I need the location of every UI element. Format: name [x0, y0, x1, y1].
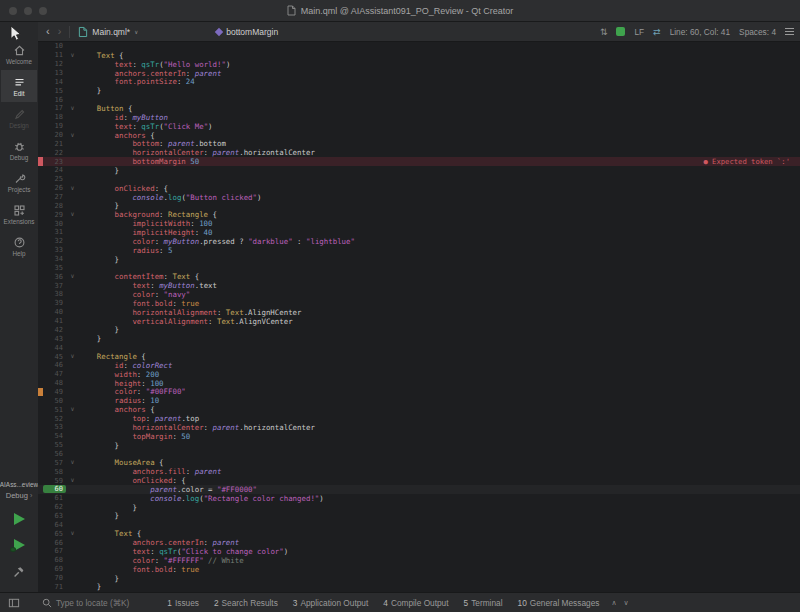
line-number[interactable]: 70 [43, 574, 66, 582]
pane-issues[interactable]: 1 Issues [167, 598, 199, 608]
code-line[interactable]: 10 [38, 42, 800, 51]
fold-chevron-icon[interactable]: ∨ [66, 352, 79, 361]
code-line[interactable]: 51∨ anchors { [38, 405, 800, 414]
code-line[interactable]: 34 } [38, 255, 800, 264]
code-line[interactable]: 62 } [38, 503, 800, 512]
sidebar-item-edit[interactable]: Edit [1, 70, 37, 102]
code-line[interactable]: 69 font.bold: true [38, 565, 800, 574]
line-number[interactable]: 52 [43, 415, 66, 423]
line-number[interactable]: 25 [43, 175, 66, 183]
line-number[interactable]: 34 [43, 255, 66, 263]
code-line[interactable]: 47 width: 200 [38, 370, 800, 379]
code-line[interactable]: 23 bottomMargin 50● Expected token `:' [38, 157, 800, 166]
line-number[interactable]: 27 [43, 193, 66, 201]
line-number[interactable]: 43 [43, 335, 66, 343]
code-line[interactable]: 54 topMargin: 50 [38, 432, 800, 441]
line-number[interactable]: 65 [43, 530, 66, 538]
fold-chevron-icon[interactable]: ∨ [66, 210, 79, 219]
code-line[interactable]: 58 anchors.fill: parent [38, 467, 800, 476]
line-number[interactable]: 24 [43, 166, 66, 174]
line-number[interactable]: 21 [43, 140, 66, 148]
code-line[interactable]: 15 } [38, 86, 800, 95]
line-number[interactable]: 63 [43, 512, 66, 520]
line-number[interactable]: 11 [43, 51, 66, 59]
line-number[interactable]: 46 [43, 361, 66, 369]
code-line[interactable]: 56 [38, 450, 800, 459]
line-number[interactable]: 37 [43, 282, 66, 290]
code-line[interactable]: 64 [38, 520, 800, 529]
build-button[interactable] [0, 558, 38, 586]
code-line[interactable]: 35 [38, 263, 800, 272]
line-number[interactable]: 36 [43, 273, 66, 281]
line-number[interactable]: 32 [43, 237, 66, 245]
editor-menu-icon[interactable] [785, 28, 794, 35]
window-close-button[interactable] [9, 7, 17, 15]
code-line[interactable]: 44 [38, 343, 800, 352]
code-editor[interactable]: 1011∨ Text {12 text: qsTr("Hello world!"… [38, 42, 800, 592]
kit-selector[interactable]: AIAss...eview Debug › [0, 478, 38, 506]
code-line[interactable]: 11∨ Text { [38, 51, 800, 60]
sidebar-item-projects[interactable]: Projects [1, 166, 37, 198]
pane-general-messages[interactable]: 10 General Messages [518, 598, 600, 608]
line-number[interactable]: 29 [43, 211, 66, 219]
line-number[interactable]: 15 [43, 87, 66, 95]
sync-icon[interactable]: ⇄ [653, 27, 661, 37]
line-number[interactable]: 31 [43, 228, 66, 236]
line-number[interactable]: 58 [43, 468, 66, 476]
code-line[interactable]: 63 } [38, 512, 800, 521]
code-line[interactable]: 52 top: parent.top [38, 414, 800, 423]
line-number[interactable]: 56 [43, 450, 66, 458]
sidebar-item-design[interactable]: Design [1, 102, 37, 134]
code-line[interactable]: 16 [38, 95, 800, 104]
line-number[interactable]: 20 [43, 131, 66, 139]
run-button[interactable] [0, 506, 38, 532]
code-line[interactable]: 41 verticalAlignment: Text.AlignVCenter [38, 317, 800, 326]
code-line[interactable]: 12 text: qsTr("Hello world!") [38, 60, 800, 69]
code-line[interactable]: 22 horizontalCenter: parent.horizontalCe… [38, 148, 800, 157]
line-number[interactable]: 53 [43, 423, 66, 431]
code-line[interactable]: 50 radius: 10 [38, 396, 800, 405]
line-number[interactable]: 40 [43, 308, 66, 316]
code-line[interactable]: 53 horizontalCenter: parent.horizontalCe… [38, 423, 800, 432]
line-number[interactable]: 67 [43, 547, 66, 555]
line-number[interactable]: 18 [43, 113, 66, 121]
fold-chevron-icon[interactable]: ∨ [66, 104, 79, 113]
code-line[interactable]: 30 implicitWidth: 100 [38, 219, 800, 228]
fold-chevron-icon[interactable]: ∨ [66, 458, 79, 467]
sidebar-item-help[interactable]: Help [1, 230, 37, 262]
code-line[interactable]: 32 color: myButton.pressed ? "darkblue" … [38, 237, 800, 246]
analysis-ok-icon[interactable] [616, 27, 625, 36]
nav-forward-button[interactable]: › [54, 26, 66, 37]
code-line[interactable]: 66 anchors.centerIn: parent [38, 538, 800, 547]
open-document-selector[interactable]: Main.qml* ∨ [74, 26, 142, 38]
line-number[interactable]: 45 [43, 353, 66, 361]
pane-terminal[interactable]: 5 Terminal [464, 598, 503, 608]
line-number[interactable]: 54 [43, 432, 66, 440]
code-line[interactable]: 14 font.pointSize: 24 [38, 77, 800, 86]
window-minimize-button[interactable] [24, 7, 32, 15]
line-ending-indicator[interactable]: LF [634, 27, 644, 37]
code-line[interactable]: 45∨ Rectangle { [38, 352, 800, 361]
line-number[interactable]: 47 [43, 370, 66, 378]
code-line[interactable]: 38 color: "navy" [38, 290, 800, 299]
code-line[interactable]: 40 horizontalAlignment: Text.AlignHCente… [38, 308, 800, 317]
cursor-position-indicator[interactable]: Line: 60, Col: 41 [670, 27, 730, 37]
code-line[interactable]: 67 text: qsTr("Click to change color") [38, 547, 800, 556]
line-number[interactable]: 38 [43, 290, 66, 298]
sidebar-item-extensions[interactable]: Extensions [1, 198, 37, 230]
line-number[interactable]: 35 [43, 264, 66, 272]
code-line[interactable]: 20∨ anchors { [38, 131, 800, 140]
code-line[interactable]: 65∨ Text { [38, 529, 800, 538]
chevron-down-icon[interactable]: ∨ [624, 599, 629, 607]
line-number[interactable]: 69 [43, 565, 66, 573]
code-line[interactable]: 27 console.log("Button clicked") [38, 193, 800, 202]
line-number[interactable]: 64 [43, 521, 66, 529]
code-line[interactable]: 13 anchors.centerIn: parent [38, 69, 800, 78]
line-number[interactable]: 61 [43, 494, 66, 502]
line-number[interactable]: 26 [43, 184, 66, 192]
code-line[interactable]: 61 console.log("Rectangle color changed!… [38, 494, 800, 503]
pane-search-results[interactable]: 2 Search Results [214, 598, 278, 608]
code-line[interactable]: 70 } [38, 574, 800, 583]
code-line[interactable]: 71 } [38, 582, 800, 591]
line-number[interactable]: 60 [43, 485, 66, 493]
